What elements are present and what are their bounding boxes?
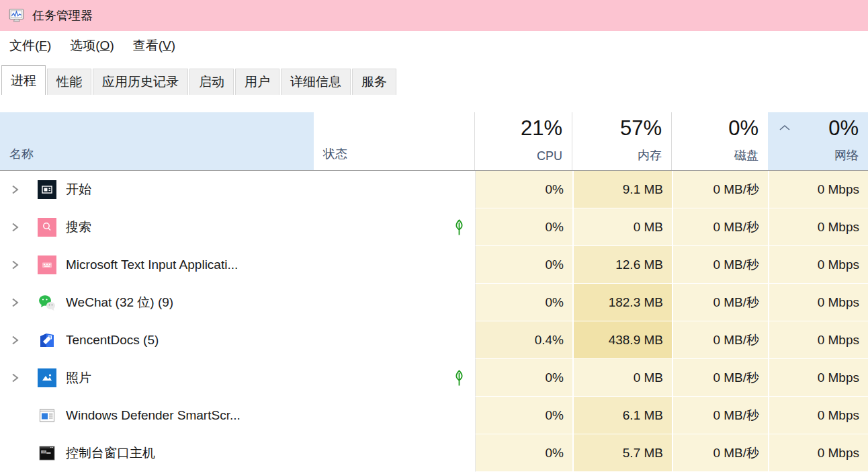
tencentdocs-app-icon bbox=[38, 331, 56, 350]
disk-total-percent: 0% bbox=[728, 116, 758, 141]
memory-cell: 0 MB bbox=[572, 208, 672, 246]
expand-chevron-icon[interactable] bbox=[11, 260, 20, 270]
network-cell: 0 Mbps bbox=[768, 284, 868, 321]
tab-processes[interactable]: 进程 bbox=[1, 65, 46, 95]
cpu-cell: 0% bbox=[475, 397, 572, 434]
title-bar: 任务管理器 bbox=[0, 0, 868, 31]
network-cell: 0 Mbps bbox=[768, 171, 868, 208]
menu-view[interactable]: 查看(V) bbox=[133, 37, 175, 54]
svg-text:C:\: C:\ bbox=[42, 450, 47, 454]
table-row[interactable]: Windows Defender SmartScr... 0% 6.1 MB 0… bbox=[0, 397, 868, 434]
memory-cell: 438.9 MB bbox=[572, 321, 672, 359]
expand-chevron-icon[interactable] bbox=[11, 184, 20, 195]
column-header-name[interactable]: 名称 bbox=[0, 112, 314, 170]
suspended-leaf-icon bbox=[451, 369, 468, 387]
menu-file[interactable]: 文件(F) bbox=[9, 37, 51, 54]
start-app-icon bbox=[38, 180, 56, 199]
table-row[interactable]: 搜索 0% 0 MB 0 MB/秒 0 Mbps bbox=[0, 208, 868, 246]
console-host-app-icon: C:\ bbox=[38, 444, 56, 463]
memory-total-percent: 57% bbox=[620, 116, 662, 141]
table-row[interactable]: WeChat (32 位) (9) 0% 182.3 MB 0 MB/秒 0 M… bbox=[0, 284, 868, 321]
process-name: 照片 bbox=[66, 359, 91, 397]
disk-cell: 0 MB/秒 bbox=[672, 434, 768, 472]
table-row[interactable]: 开始 0% 9.1 MB 0 MB/秒 0 Mbps bbox=[0, 171, 868, 208]
tab-app-history[interactable]: 应用历史记录 bbox=[93, 69, 188, 95]
cpu-cell: 0% bbox=[475, 208, 572, 246]
chevron-up-icon bbox=[779, 124, 791, 131]
cpu-cell: 0% bbox=[475, 284, 572, 321]
column-header-memory[interactable]: 57% 内存 bbox=[572, 112, 672, 170]
search-app-icon bbox=[38, 218, 56, 237]
process-name: Windows Defender SmartScr... bbox=[66, 397, 241, 434]
column-header-disk[interactable]: 0% 磁盘 bbox=[672, 112, 768, 170]
window-title: 任务管理器 bbox=[32, 7, 93, 24]
network-cell: 0 Mbps bbox=[768, 208, 868, 246]
suspended-leaf-icon bbox=[451, 219, 468, 237]
cpu-cell: 0% bbox=[475, 359, 572, 397]
cpu-cell: 0.4% bbox=[475, 321, 572, 359]
tab-startup[interactable]: 启动 bbox=[189, 69, 234, 95]
network-cell: 0 Mbps bbox=[768, 397, 868, 434]
column-header-status[interactable]: 状态 bbox=[314, 112, 475, 170]
memory-cell: 182.3 MB bbox=[572, 284, 672, 321]
process-list: 开始 0% 9.1 MB 0 MB/秒 0 Mbps 搜索 0% 0 MB 0 … bbox=[0, 171, 868, 472]
memory-cell: 6.1 MB bbox=[572, 397, 672, 434]
wechat-app-icon bbox=[38, 293, 56, 312]
disk-cell: 0 MB/秒 bbox=[672, 246, 768, 284]
menu-options[interactable]: 选项(O) bbox=[70, 37, 114, 54]
tab-users[interactable]: 用户 bbox=[235, 69, 279, 95]
disk-cell: 0 MB/秒 bbox=[672, 171, 768, 208]
column-header-cpu[interactable]: 21% CPU bbox=[475, 112, 572, 170]
tab-details[interactable]: 详细信息 bbox=[281, 69, 351, 95]
expand-chevron-icon[interactable] bbox=[11, 372, 20, 383]
memory-cell: 9.1 MB bbox=[572, 171, 672, 208]
disk-cell: 0 MB/秒 bbox=[672, 397, 768, 434]
memory-cell: 12.6 MB bbox=[572, 246, 672, 284]
disk-cell: 0 MB/秒 bbox=[672, 284, 768, 321]
smartscreen-app-icon bbox=[38, 406, 56, 425]
task-manager-icon bbox=[8, 7, 26, 24]
tab-performance[interactable]: 性能 bbox=[47, 69, 91, 95]
cpu-total-percent: 21% bbox=[521, 116, 562, 141]
expand-chevron-icon[interactable] bbox=[11, 335, 20, 346]
memory-cell: 5.7 MB bbox=[572, 434, 672, 472]
process-name: 搜索 bbox=[66, 208, 91, 246]
tab-services[interactable]: 服务 bbox=[352, 69, 396, 95]
photos-app-icon bbox=[38, 368, 56, 387]
process-name: TencentDocs (5) bbox=[66, 321, 159, 359]
cpu-cell: 0% bbox=[475, 171, 572, 208]
network-total-percent: 0% bbox=[828, 116, 859, 141]
tab-bar: 进程 性能 应用历史记录 启动 用户 详细信息 服务 bbox=[0, 61, 868, 95]
expand-chevron-icon[interactable] bbox=[11, 222, 20, 233]
cpu-cell: 0% bbox=[475, 434, 572, 472]
network-cell: 0 Mbps bbox=[768, 321, 868, 359]
menu-bar: 文件(F) 选项(O) 查看(V) bbox=[0, 31, 868, 61]
text-input-app-icon bbox=[38, 255, 56, 274]
expand-chevron-icon[interactable] bbox=[11, 297, 20, 308]
cpu-cell: 0% bbox=[475, 246, 572, 284]
process-table-header: 名称 状态 21% CPU 57% 内存 0% 磁盘 0% 网络 bbox=[0, 112, 868, 170]
network-cell: 0 Mbps bbox=[768, 359, 868, 397]
process-name: 开始 bbox=[66, 171, 91, 208]
network-cell: 0 Mbps bbox=[768, 246, 868, 284]
process-name: Microsoft Text Input Applicati... bbox=[66, 246, 238, 284]
disk-cell: 0 MB/秒 bbox=[672, 359, 768, 397]
network-cell: 0 Mbps bbox=[768, 434, 868, 472]
table-row[interactable]: Microsoft Text Input Applicati... 0% 12.… bbox=[0, 246, 868, 284]
process-name: WeChat (32 位) (9) bbox=[66, 284, 173, 321]
disk-cell: 0 MB/秒 bbox=[672, 321, 768, 359]
column-header-network[interactable]: 0% 网络 bbox=[768, 112, 868, 170]
table-row[interactable]: 照片 0% 0 MB 0 MB/秒 0 Mbps bbox=[0, 359, 868, 397]
table-row[interactable]: C:\ 控制台窗口主机 0% 5.7 MB 0 MB/秒 0 Mbps bbox=[0, 434, 868, 472]
table-row[interactable]: TencentDocs (5) 0.4% 438.9 MB 0 MB/秒 0 M… bbox=[0, 321, 868, 359]
process-name: 控制台窗口主机 bbox=[66, 434, 155, 472]
disk-cell: 0 MB/秒 bbox=[672, 208, 768, 246]
memory-cell: 0 MB bbox=[572, 359, 672, 397]
